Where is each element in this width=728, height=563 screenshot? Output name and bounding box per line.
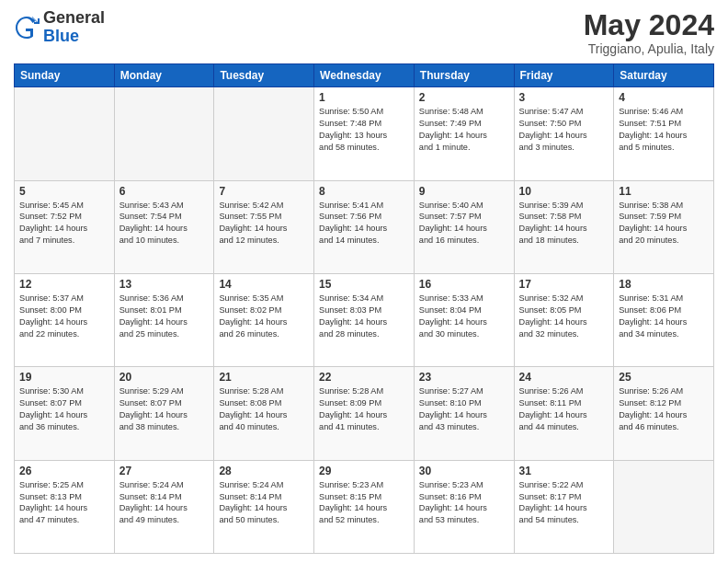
sunset-text: Sunset: 8:02 PM bbox=[219, 304, 309, 316]
day-info: Sunrise: 5:23 AMSunset: 8:16 PMDaylight:… bbox=[419, 479, 509, 527]
daylight-minutes-text: and 5 minutes. bbox=[619, 142, 709, 154]
day-info: Sunrise: 5:28 AMSunset: 8:08 PMDaylight:… bbox=[219, 385, 309, 433]
sunrise-text: Sunrise: 5:32 AM bbox=[519, 293, 609, 304]
day-info: Sunrise: 5:28 AMSunset: 8:09 PMDaylight:… bbox=[319, 385, 409, 433]
day-number: 27 bbox=[119, 465, 210, 477]
sunrise-text: Sunrise: 5:42 AM bbox=[219, 200, 309, 212]
daylight-text: Daylight: 14 hours bbox=[419, 223, 509, 235]
sunrise-text: Sunrise: 5:48 AM bbox=[419, 106, 509, 118]
sunset-text: Sunset: 8:00 PM bbox=[19, 304, 109, 316]
col-wednesday: Wednesday bbox=[314, 64, 415, 87]
logo: General Blue bbox=[14, 9, 105, 46]
day-number: 2 bbox=[419, 91, 509, 104]
daylight-text: Daylight: 14 hours bbox=[519, 316, 609, 328]
daylight-text: Daylight: 14 hours bbox=[519, 130, 609, 142]
logo-icon bbox=[14, 15, 40, 40]
sunset-text: Sunset: 7:52 PM bbox=[19, 211, 109, 223]
day-info: Sunrise: 5:39 AMSunset: 7:58 PMDaylight:… bbox=[519, 200, 609, 247]
daylight-text: Daylight: 14 hours bbox=[119, 409, 210, 421]
daylight-text: Daylight: 14 hours bbox=[619, 316, 709, 328]
daylight-text: Daylight: 14 hours bbox=[19, 316, 109, 328]
col-monday: Monday bbox=[114, 64, 214, 87]
sunset-text: Sunset: 8:07 PM bbox=[119, 397, 210, 409]
table-row: 29Sunrise: 5:23 AMSunset: 8:15 PMDayligh… bbox=[314, 460, 415, 553]
daylight-minutes-text: and 18 minutes. bbox=[519, 235, 609, 247]
table-row: 11Sunrise: 5:38 AMSunset: 7:59 PMDayligh… bbox=[614, 180, 714, 273]
col-sunday: Sunday bbox=[15, 64, 115, 87]
table-row: 24Sunrise: 5:26 AMSunset: 8:11 PMDayligh… bbox=[514, 367, 614, 460]
sunrise-text: Sunrise: 5:28 AM bbox=[319, 385, 409, 397]
day-info: Sunrise: 5:42 AMSunset: 7:55 PMDaylight:… bbox=[219, 200, 309, 247]
day-number: 10 bbox=[519, 185, 609, 198]
daylight-minutes-text: and 58 minutes. bbox=[319, 142, 409, 154]
page: General Blue May 2024 Triggiano, Apulia,… bbox=[0, 0, 728, 563]
day-info: Sunrise: 5:48 AMSunset: 7:49 PMDaylight:… bbox=[419, 106, 509, 154]
daylight-minutes-text: and 12 minutes. bbox=[219, 235, 309, 247]
daylight-text: Daylight: 14 hours bbox=[119, 223, 210, 235]
sunset-text: Sunset: 8:14 PM bbox=[219, 491, 309, 503]
daylight-text: Daylight: 14 hours bbox=[119, 502, 210, 514]
day-number: 24 bbox=[519, 371, 609, 384]
day-info: Sunrise: 5:50 AMSunset: 7:48 PMDaylight:… bbox=[319, 106, 409, 154]
sunset-text: Sunset: 8:06 PM bbox=[619, 304, 709, 316]
table-row: 19Sunrise: 5:30 AMSunset: 8:07 PMDayligh… bbox=[15, 367, 115, 460]
sunset-text: Sunset: 7:49 PM bbox=[419, 118, 509, 130]
day-info: Sunrise: 5:35 AMSunset: 8:02 PMDaylight:… bbox=[219, 293, 309, 340]
day-info: Sunrise: 5:38 AMSunset: 7:59 PMDaylight:… bbox=[619, 200, 709, 247]
daylight-text: Daylight: 14 hours bbox=[419, 130, 509, 142]
daylight-text: Daylight: 14 hours bbox=[219, 409, 309, 421]
calendar-week-row: 19Sunrise: 5:30 AMSunset: 8:07 PMDayligh… bbox=[15, 367, 714, 460]
table-row bbox=[614, 460, 714, 553]
sunrise-text: Sunrise: 5:27 AM bbox=[419, 385, 509, 397]
day-info: Sunrise: 5:30 AMSunset: 8:07 PMDaylight:… bbox=[19, 385, 109, 433]
sunrise-text: Sunrise: 5:36 AM bbox=[119, 293, 210, 304]
day-info: Sunrise: 5:33 AMSunset: 8:04 PMDaylight:… bbox=[419, 293, 509, 340]
sunrise-text: Sunrise: 5:40 AM bbox=[419, 200, 509, 212]
logo-general: General bbox=[43, 8, 105, 27]
day-number: 21 bbox=[219, 371, 309, 384]
sunrise-text: Sunrise: 5:39 AM bbox=[519, 200, 609, 212]
day-number: 31 bbox=[519, 465, 609, 477]
table-row: 14Sunrise: 5:35 AMSunset: 8:02 PMDayligh… bbox=[214, 273, 314, 366]
day-info: Sunrise: 5:46 AMSunset: 7:51 PMDaylight:… bbox=[619, 106, 709, 154]
sunset-text: Sunset: 7:55 PM bbox=[219, 211, 309, 223]
sunset-text: Sunset: 7:59 PM bbox=[619, 211, 709, 223]
daylight-text: Daylight: 14 hours bbox=[319, 409, 409, 421]
day-number: 3 bbox=[519, 91, 609, 104]
day-number: 29 bbox=[319, 465, 409, 477]
col-tuesday: Tuesday bbox=[214, 64, 314, 87]
sunset-text: Sunset: 8:14 PM bbox=[119, 491, 210, 503]
sunrise-text: Sunrise: 5:46 AM bbox=[619, 106, 709, 118]
daylight-minutes-text: and 40 minutes. bbox=[219, 421, 309, 433]
sunset-text: Sunset: 8:10 PM bbox=[419, 397, 509, 409]
table-row: 6Sunrise: 5:43 AMSunset: 7:54 PMDaylight… bbox=[114, 180, 214, 273]
table-row: 9Sunrise: 5:40 AMSunset: 7:57 PMDaylight… bbox=[414, 180, 514, 273]
col-friday: Friday bbox=[514, 64, 614, 87]
sunset-text: Sunset: 8:15 PM bbox=[319, 491, 409, 503]
table-row: 17Sunrise: 5:32 AMSunset: 8:05 PMDayligh… bbox=[514, 273, 614, 366]
table-row: 16Sunrise: 5:33 AMSunset: 8:04 PMDayligh… bbox=[414, 273, 514, 366]
daylight-minutes-text: and 54 minutes. bbox=[519, 514, 609, 526]
day-number: 28 bbox=[219, 465, 309, 477]
day-number: 18 bbox=[619, 278, 709, 291]
calendar-week-row: 5Sunrise: 5:45 AMSunset: 7:52 PMDaylight… bbox=[15, 180, 714, 273]
day-info: Sunrise: 5:37 AMSunset: 8:00 PMDaylight:… bbox=[19, 293, 109, 340]
sunset-text: Sunset: 7:48 PM bbox=[319, 118, 409, 130]
daylight-text: Daylight: 14 hours bbox=[419, 316, 509, 328]
sunset-text: Sunset: 8:08 PM bbox=[219, 397, 309, 409]
table-row: 4Sunrise: 5:46 AMSunset: 7:51 PMDaylight… bbox=[614, 87, 714, 180]
daylight-minutes-text: and 10 minutes. bbox=[119, 235, 210, 247]
daylight-minutes-text: and 26 minutes. bbox=[219, 328, 309, 340]
daylight-text: Daylight: 14 hours bbox=[119, 316, 210, 328]
day-info: Sunrise: 5:24 AMSunset: 8:14 PMDaylight:… bbox=[219, 479, 309, 527]
col-saturday: Saturday bbox=[614, 64, 714, 87]
sunrise-text: Sunrise: 5:26 AM bbox=[519, 385, 609, 397]
day-number: 12 bbox=[19, 278, 109, 291]
day-number: 30 bbox=[419, 465, 509, 477]
daylight-minutes-text: and 46 minutes. bbox=[619, 421, 709, 433]
day-number: 6 bbox=[119, 185, 210, 198]
daylight-minutes-text: and 25 minutes. bbox=[119, 328, 210, 340]
sunrise-text: Sunrise: 5:38 AM bbox=[619, 200, 709, 212]
daylight-text: Daylight: 14 hours bbox=[19, 223, 109, 235]
sunrise-text: Sunrise: 5:45 AM bbox=[19, 200, 109, 212]
